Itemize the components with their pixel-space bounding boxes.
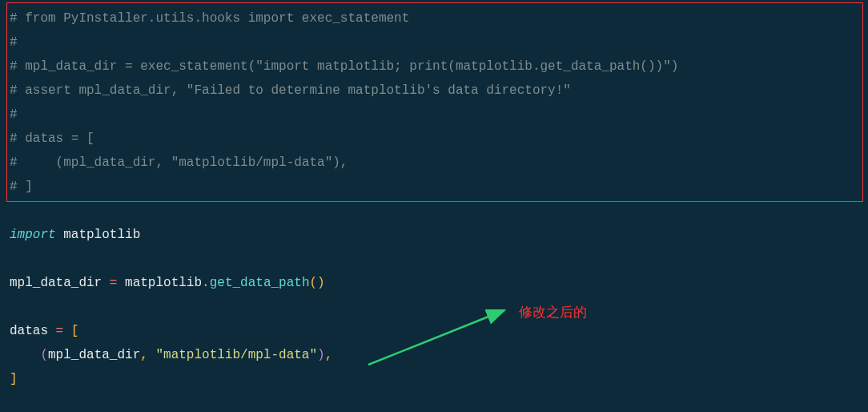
code-line: # (mpl_data_dir, "matplotlib/mpl-data"), xyxy=(10,151,868,175)
code-line xyxy=(10,247,868,271)
punctuation: , xyxy=(140,348,155,362)
comment-text: # from PyInstaller.utils.hooks import ex… xyxy=(10,11,409,26)
variable: mpl_data_dir xyxy=(48,348,140,362)
paren: ( xyxy=(310,276,318,290)
paren: ( xyxy=(40,348,48,362)
code-line: # ] xyxy=(10,175,868,199)
code-line: (mpl_data_dir, "matplotlib/mpl-data"), xyxy=(10,343,868,367)
punctuation: . xyxy=(202,276,210,290)
bracket: ] xyxy=(10,372,18,386)
bracket: [ xyxy=(63,324,78,338)
paren: ) xyxy=(317,276,325,290)
code-line: # datas = [ xyxy=(10,127,868,151)
comment-text: # (mpl_data_dir, "matplotlib/mpl-data"), xyxy=(10,156,348,170)
comment-text: # mpl_data_dir = exec_statement("import … xyxy=(10,59,678,74)
code-line: import matplotlib xyxy=(10,223,868,247)
comment-text: # xyxy=(10,35,18,50)
variable: mpl_data_dir xyxy=(10,276,110,290)
variable: datas xyxy=(10,324,56,338)
code-line xyxy=(10,295,868,319)
module-name: matplotlib xyxy=(117,276,202,290)
operator: = xyxy=(110,276,118,290)
keyword: import xyxy=(10,228,56,242)
string-literal: "matplotlib/mpl-data" xyxy=(155,348,317,362)
comment-text: # xyxy=(10,107,18,122)
code-line: # mpl_data_dir = exec_statement("import … xyxy=(10,55,868,79)
paren: ) xyxy=(317,348,325,362)
module-name: matplotlib xyxy=(56,228,141,242)
operator: = xyxy=(56,324,64,338)
code-line: # xyxy=(10,30,868,55)
code-editor[interactable]: # from PyInstaller.utils.hooks import ex… xyxy=(0,0,868,398)
indent xyxy=(10,348,40,362)
code-line xyxy=(10,199,868,223)
code-line: # from PyInstaller.utils.hooks import ex… xyxy=(10,6,868,30)
code-line: mpl_data_dir = matplotlib.get_data_path(… xyxy=(10,271,868,295)
code-line: datas = [ xyxy=(10,319,868,343)
punctuation: , xyxy=(325,348,333,362)
code-line: # xyxy=(10,103,868,127)
comment-text: # assert mpl_data_dir, "Failed to determ… xyxy=(10,83,571,98)
code-line: ] xyxy=(10,367,868,391)
code-line: # assert mpl_data_dir, "Failed to determ… xyxy=(10,79,868,103)
comment-text: # datas = [ xyxy=(10,131,94,146)
function-name: get_data_path xyxy=(210,276,310,290)
annotation-label: 修改之后的 xyxy=(519,301,587,325)
comment-text: # ] xyxy=(10,180,33,194)
